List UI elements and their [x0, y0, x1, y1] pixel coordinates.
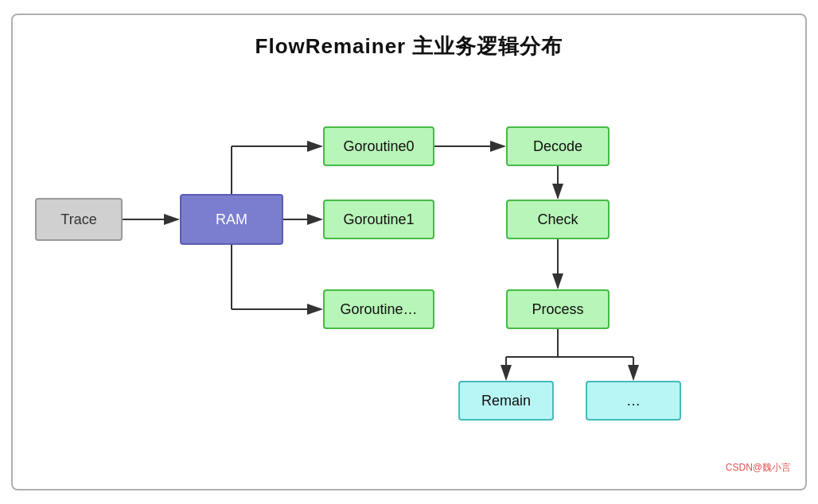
node-dots: … — [586, 381, 681, 421]
flow-diagram: Trace RAM Goroutine0 Goroutine1 Goroutin… — [13, 71, 805, 484]
node-remain: Remain — [458, 381, 554, 421]
page-title: FlowRemainer 主业务逻辑分布 — [13, 15, 805, 60]
node-trace: Trace — [35, 198, 123, 241]
node-process: Process — [506, 289, 610, 329]
node-goroutinen: Goroutine… — [323, 289, 434, 329]
node-goroutine1: Goroutine1 — [323, 200, 434, 239]
node-goroutine0: Goroutine0 — [323, 126, 434, 166]
diagram-container: FlowRemainer 主业务逻辑分布 — [11, 14, 807, 490]
node-check: Check — [506, 200, 610, 239]
watermark: CSDN@魏小言 — [726, 461, 791, 475]
node-ram: RAM — [180, 194, 283, 245]
node-decode: Decode — [506, 126, 610, 166]
